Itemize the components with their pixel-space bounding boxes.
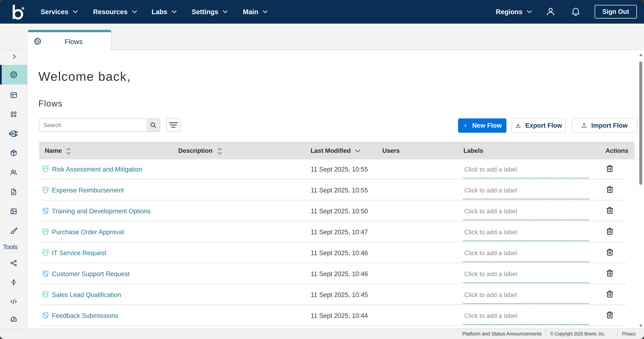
svg-text:JS: JS	[12, 192, 14, 194]
